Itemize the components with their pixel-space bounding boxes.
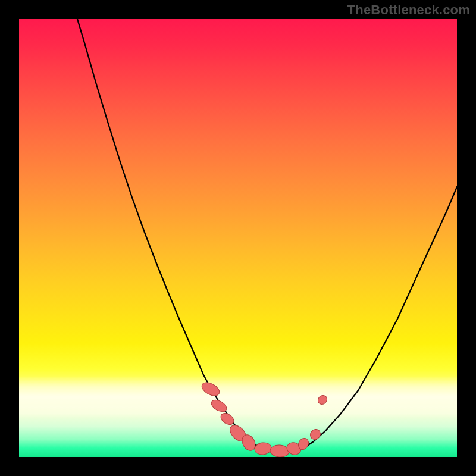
- data-marker: [316, 393, 328, 406]
- chart-plot-area: [19, 19, 457, 457]
- data-marker: [200, 380, 222, 399]
- data-marker: [308, 427, 322, 441]
- data-marker: [254, 441, 273, 456]
- data-marker: [270, 444, 289, 457]
- watermark-text: TheBottleneck.com: [347, 2, 470, 18]
- data-curve: [77, 19, 457, 452]
- chart-frame: TheBottleneck.com: [0, 0, 476, 476]
- data-markers: [200, 380, 329, 457]
- chart-svg: [19, 19, 457, 457]
